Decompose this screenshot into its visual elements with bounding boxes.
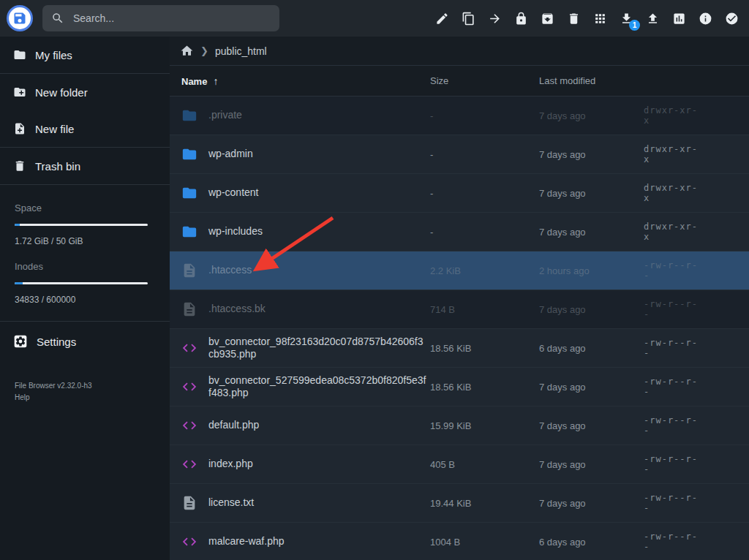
file-permissions: drwxr-xr-x	[644, 144, 699, 164]
file-permissions: -rw-r--r--	[644, 493, 699, 513]
app-logo[interactable]	[7, 5, 33, 31]
file-permissions: -rw-r--r--	[644, 299, 699, 319]
space-progress-fill	[15, 224, 20, 226]
file-permissions: drwxr-xr-x	[644, 105, 699, 126]
usage-section: Space 1.72 GiB / 50 GiB Inodes 34833 / 6…	[0, 185, 170, 305]
table-row[interactable]: wp-content - 7 days ago drwxr-xr-x	[170, 174, 749, 213]
file-plus-icon	[13, 122, 26, 135]
breadcrumb: ❯ public_html	[170, 37, 749, 66]
table-row[interactable]: default.php 15.99 KiB 7 days ago -rw-r--…	[170, 406, 749, 445]
download-button[interactable]: 1	[618, 9, 635, 28]
inodes-progress-fill	[15, 282, 23, 284]
file-permissions: -rw-r--r--	[644, 531, 699, 552]
permissions-button[interactable]	[513, 9, 530, 28]
usage-stats-button[interactable]	[671, 9, 688, 28]
app-version: File Browser v2.32.0-h3	[15, 380, 155, 392]
sidebar-item-new-file[interactable]: New file	[0, 110, 170, 147]
last-modified-header[interactable]: Last modified	[539, 75, 644, 86]
sidebar: My files New folder New file Trash bin S…	[0, 37, 170, 560]
trash-icon	[13, 159, 26, 173]
archive-button[interactable]	[539, 9, 556, 28]
file-size: -	[430, 188, 539, 199]
table-row[interactable]: malcare-waf.php 1004 B 6 days ago -rw-r-…	[170, 523, 749, 560]
sidebar-item-label: Trash bin	[35, 160, 80, 173]
switch-view-button[interactable]	[592, 9, 609, 28]
table-row[interactable]: .htaccess.bk 714 B 7 days ago -rw-r--r--	[170, 290, 749, 329]
table-row[interactable]: bv_connector_527599edea08c5372b0f820f5e3…	[170, 368, 749, 406]
rename-button[interactable]	[434, 9, 451, 28]
chevron-right-icon: ❯	[200, 45, 208, 56]
file-rows: .private - 7 days ago drwxr-xr-x wp-admi…	[170, 97, 749, 560]
file-icon	[181, 495, 197, 511]
sidebar-item-my-files[interactable]: My files	[0, 37, 170, 73]
file-modified: 7 days ago	[539, 459, 644, 470]
file-name: wp-admin	[208, 148, 430, 161]
code-icon	[181, 456, 197, 472]
file-name: default.php	[208, 419, 430, 432]
folder-icon	[181, 224, 197, 240]
table-row[interactable]: license.txt 19.44 KiB 7 days ago -rw-r--…	[170, 484, 749, 523]
home-icon[interactable]	[180, 44, 194, 58]
file-modified: 7 days ago	[539, 149, 644, 160]
list-header: Name↑ Size Last modified	[170, 66, 749, 97]
info-button[interactable]	[697, 9, 714, 28]
file-permissions: -rw-r--r--	[644, 454, 699, 474]
file-modified: 7 days ago	[539, 498, 644, 509]
file-permissions: -rw-r--r--	[644, 377, 699, 397]
delete-button[interactable]	[565, 9, 582, 28]
sidebar-item-label: Settings	[37, 336, 76, 348]
table-row[interactable]: .private - 7 days ago drwxr-xr-x	[170, 97, 749, 135]
search-icon	[51, 12, 64, 25]
move-button[interactable]	[486, 9, 503, 28]
file-size: 18.56 KiB	[430, 343, 539, 354]
sidebar-item-settings[interactable]: Settings	[0, 323, 170, 360]
table-row[interactable]: bv_connector_98f23163d20c07d8757b42606f3…	[170, 329, 749, 368]
archive-icon	[541, 12, 554, 26]
upload-icon	[646, 12, 660, 26]
code-icon	[181, 417, 197, 434]
file-size: 714 B	[430, 304, 539, 315]
table-row[interactable]: index.php 405 B 7 days ago -rw-r--r--	[170, 445, 749, 484]
file-modified: 7 days ago	[539, 227, 644, 238]
sort-by-name-header[interactable]: Name↑	[181, 75, 430, 87]
breadcrumb-current-folder[interactable]: public_html	[215, 45, 267, 57]
file-name: wp-content	[208, 186, 430, 200]
copy-button[interactable]	[460, 9, 477, 28]
help-link[interactable]: Help	[15, 392, 155, 404]
file-size: -	[430, 110, 539, 121]
table-row[interactable]: wp-admin - 7 days ago drwxr-xr-x	[170, 135, 749, 174]
sidebar-nav: My files New folder New file Trash bin	[0, 37, 170, 185]
file-size: 15.99 KiB	[430, 420, 539, 431]
file-size: 19.44 KiB	[430, 498, 539, 509]
sidebar-item-trash-bin[interactable]: Trash bin	[0, 148, 170, 184]
file-name: .private	[208, 109, 430, 122]
file-size: 2.2 KiB	[430, 265, 539, 276]
inodes-progress-bar	[15, 282, 148, 284]
file-name: index.php	[208, 458, 430, 471]
arrow-right-icon	[488, 12, 502, 26]
upload-button[interactable]	[644, 9, 661, 28]
file-permissions: -rw-r--r--	[644, 338, 699, 358]
table-row[interactable]: .htaccess 2.2 KiB 2 hours ago -rw-r--r--	[170, 251, 749, 290]
file-modified: 7 days ago	[539, 304, 644, 315]
sidebar-item-label: New file	[35, 123, 74, 135]
sidebar-item-new-folder[interactable]: New folder	[0, 74, 170, 110]
file-icon	[181, 301, 197, 317]
inodes-value: 34833 / 600000	[15, 295, 148, 305]
size-header[interactable]: Size	[430, 75, 539, 86]
pencil-icon	[435, 12, 449, 26]
file-size: 1004 B	[430, 537, 539, 548]
bar-chart-icon	[672, 12, 686, 26]
file-name: bv_connector_527599edea08c5372b0f820f5e3…	[208, 374, 430, 400]
space-progress-bar	[15, 224, 148, 226]
search-box[interactable]	[42, 5, 279, 31]
file-modified: 2 hours ago	[539, 265, 644, 276]
file-modified: 7 days ago	[539, 420, 644, 431]
download-count-badge: 1	[629, 20, 640, 31]
select-multiple-button[interactable]	[723, 9, 740, 28]
code-icon	[181, 379, 197, 395]
table-row[interactable]: wp-includes - 7 days ago drwxr-xr-x	[170, 213, 749, 251]
sidebar-item-label: New folder	[35, 86, 88, 99]
search-input[interactable]	[73, 12, 271, 24]
grid-icon	[593, 12, 607, 26]
